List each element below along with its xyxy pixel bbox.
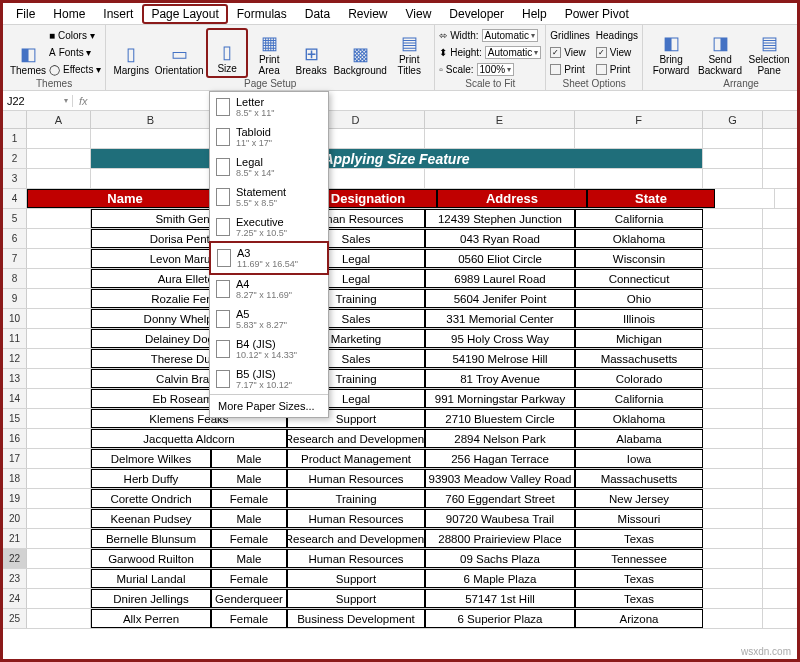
cell[interactable]: 043 Ryan Road <box>425 229 575 248</box>
row-header[interactable]: 20 <box>3 509 27 528</box>
cell[interactable]: State <box>587 189 715 208</box>
cell[interactable]: 81 Troy Avenue <box>425 369 575 388</box>
cell[interactable]: Oklahoma <box>575 229 703 248</box>
cell[interactable] <box>27 209 91 228</box>
cell[interactable]: Texas <box>575 589 703 608</box>
cell[interactable] <box>27 569 91 588</box>
size-option-a3[interactable]: A311.69" x 16.54" <box>209 241 329 275</box>
cell[interactable] <box>703 249 763 268</box>
print-titles-button[interactable]: ▤Print Titles <box>388 28 430 78</box>
cell[interactable]: Research and Development <box>287 529 425 548</box>
cell[interactable] <box>703 429 763 448</box>
cell[interactable]: Oklahoma <box>575 409 703 428</box>
cell[interactable]: Massachusetts <box>575 469 703 488</box>
cell[interactable] <box>27 589 91 608</box>
cell[interactable] <box>703 389 763 408</box>
cell[interactable]: 991 Morningstar Parkway <box>425 389 575 408</box>
cell[interactable]: 54190 Melrose Hill <box>425 349 575 368</box>
menu-home[interactable]: Home <box>44 4 94 24</box>
cell[interactable]: 93903 Meadow Valley Road <box>425 469 575 488</box>
margins-button[interactable]: ▯Margins <box>110 28 152 78</box>
row-header[interactable]: 15 <box>3 409 27 428</box>
cell[interactable]: Michigan <box>575 329 703 348</box>
row-header[interactable]: 23 <box>3 569 27 588</box>
fonts-menu[interactable]: A Fonts ▾ <box>49 45 101 61</box>
row-header[interactable]: 24 <box>3 589 27 608</box>
cell[interactable]: 6 Superior Plaza <box>425 609 575 628</box>
cell[interactable]: 0560 Eliot Circle <box>425 249 575 268</box>
col-header-E[interactable]: E <box>425 111 575 128</box>
cell[interactable] <box>703 129 763 148</box>
cell[interactable]: Human Resources <box>287 549 425 568</box>
size-button[interactable]: ▯Size <box>206 28 248 78</box>
row-header[interactable]: 22 <box>3 549 27 568</box>
cell[interactable]: Business Development <box>287 609 425 628</box>
cell[interactable] <box>703 229 763 248</box>
cell[interactable] <box>703 209 763 228</box>
cell[interactable]: Corette Ondrich <box>91 489 211 508</box>
cell[interactable]: 2710 Bluestem Circle <box>425 409 575 428</box>
cell[interactable]: Texas <box>575 529 703 548</box>
fx-icon[interactable]: fx <box>73 95 94 107</box>
breaks-button[interactable]: ⊞Breaks <box>290 28 332 78</box>
cell[interactable]: Arizona <box>575 609 703 628</box>
cell[interactable]: 95 Holy Cross Way <box>425 329 575 348</box>
cell[interactable] <box>27 309 91 328</box>
cell[interactable]: 2894 Nelson Park <box>425 429 575 448</box>
cell[interactable] <box>27 169 91 188</box>
scale-combo[interactable]: 100% <box>477 63 515 76</box>
cell[interactable]: Training <box>287 489 425 508</box>
cell[interactable] <box>703 369 763 388</box>
cell[interactable] <box>703 509 763 528</box>
cell[interactable] <box>703 309 763 328</box>
cell[interactable]: Herb Duffy <box>91 469 211 488</box>
cell[interactable] <box>27 289 91 308</box>
cell[interactable]: Iowa <box>575 449 703 468</box>
width-combo[interactable]: Automatic <box>482 29 538 42</box>
cell[interactable]: Male <box>211 449 287 468</box>
cell[interactable] <box>27 489 91 508</box>
headings-view-check[interactable]: ✓View <box>596 45 638 61</box>
cell[interactable] <box>27 229 91 248</box>
cell[interactable] <box>27 529 91 548</box>
cell[interactable]: Male <box>211 549 287 568</box>
effects-menu[interactable]: ◯ Effects ▾ <box>49 62 101 78</box>
cell[interactable] <box>703 469 763 488</box>
cell[interactable]: Female <box>211 609 287 628</box>
cell[interactable] <box>27 609 91 628</box>
cell[interactable]: Dniren Jellings <box>91 589 211 608</box>
cell[interactable] <box>703 169 763 188</box>
cell[interactable]: 28800 Prairieview Place <box>425 529 575 548</box>
menu-insert[interactable]: Insert <box>94 4 142 24</box>
row-header[interactable]: 6 <box>3 229 27 248</box>
cell[interactable]: Support <box>287 589 425 608</box>
headings-print-check[interactable]: Print <box>596 62 638 78</box>
menu-power-pivot[interactable]: Power Pivot <box>556 4 638 24</box>
menu-data[interactable]: Data <box>296 4 339 24</box>
size-option-legal[interactable]: Legal8.5" x 14" <box>210 152 328 182</box>
col-header-A[interactable]: A <box>27 111 91 128</box>
send-backward-button[interactable]: ◨Send Backward <box>695 28 745 78</box>
cell[interactable] <box>703 449 763 468</box>
menu-developer[interactable]: Developer <box>440 4 513 24</box>
print-area-button[interactable]: ▦Print Area <box>248 28 290 78</box>
cell[interactable] <box>425 129 575 148</box>
cell[interactable]: Research and Development <box>287 429 425 448</box>
cell[interactable]: Female <box>211 569 287 588</box>
cell[interactable]: Human Resources <box>287 509 425 528</box>
cell[interactable] <box>27 509 91 528</box>
cell[interactable]: Bernelle Blunsum <box>91 529 211 548</box>
gridlines-view-check[interactable]: ✓View <box>550 45 589 61</box>
cell[interactable]: 6 Maple Plaza <box>425 569 575 588</box>
cell[interactable]: Female <box>211 489 287 508</box>
cell[interactable]: Delmore Wilkes <box>91 449 211 468</box>
cell[interactable]: California <box>575 209 703 228</box>
cell[interactable]: 12439 Stephen Junction <box>425 209 575 228</box>
cell[interactable] <box>703 489 763 508</box>
row-header[interactable]: 1 <box>3 129 27 148</box>
menu-page-layout[interactable]: Page Layout <box>142 4 227 24</box>
cell[interactable]: Product Management <box>287 449 425 468</box>
cell[interactable] <box>27 369 91 388</box>
menu-file[interactable]: File <box>7 4 44 24</box>
cell[interactable] <box>703 609 763 628</box>
